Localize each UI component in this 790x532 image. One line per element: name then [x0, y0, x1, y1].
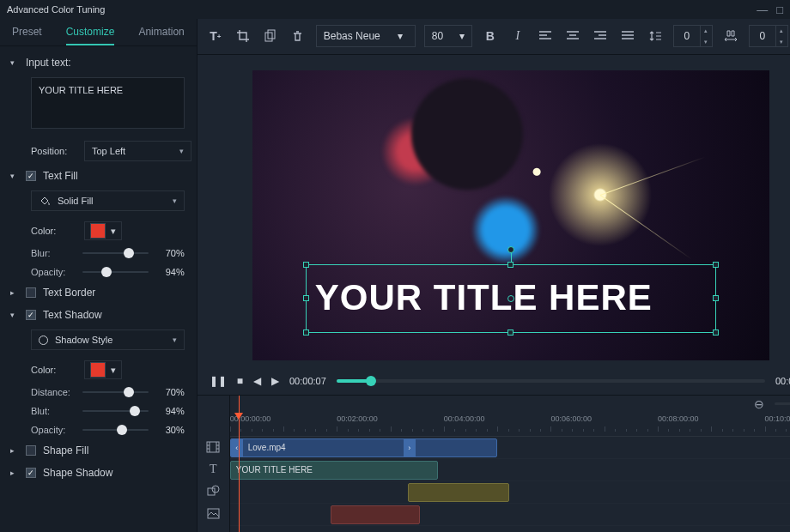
font-size-select[interactable]: 80 ▾: [424, 25, 472, 47]
step-down-icon[interactable]: ▾: [700, 36, 712, 47]
prev-frame-button[interactable]: ◀: [253, 375, 261, 387]
line-height-icon[interactable]: [646, 27, 665, 45]
shape-shadow-checkbox[interactable]: [26, 468, 36, 478]
pause-button[interactable]: ❚❚: [210, 375, 227, 387]
window-max-icon[interactable]: □: [776, 3, 783, 16]
resize-handle[interactable]: [507, 262, 514, 268]
section-text-shadow[interactable]: ▾ Text Shadow: [7, 304, 197, 326]
align-right-icon[interactable]: [591, 27, 610, 45]
trash-icon[interactable]: [289, 27, 307, 45]
image-clip[interactable]: [331, 505, 420, 524]
align-justify-icon[interactable]: [618, 27, 637, 45]
resize-handle[interactable]: [303, 262, 309, 268]
title-bounding-box[interactable]: YOUR TITLE HERE: [306, 264, 716, 333]
fill-opacity-slider[interactable]: [82, 266, 149, 278]
resize-handle[interactable]: [303, 295, 309, 301]
chevron-down-icon: ▾: [10, 311, 19, 319]
chevron-down-icon: ▾: [179, 147, 184, 155]
shape-lane[interactable]: [230, 481, 790, 504]
text-track-icon[interactable]: T: [198, 458, 229, 481]
text-border-checkbox[interactable]: [26, 287, 36, 298]
shape-clip[interactable]: [408, 483, 509, 502]
position-select[interactable]: Top Left ▾: [84, 141, 191, 161]
spacing-1-input[interactable]: 0 ▴▾: [673, 25, 713, 47]
chevron-down-icon: ▾: [10, 172, 19, 180]
shape-fill-checkbox[interactable]: [26, 445, 36, 456]
section-input-text[interactable]: ▾ Input text:: [7, 51, 197, 74]
zoom-out-button[interactable]: ⊖: [752, 397, 766, 411]
fill-blur-slider[interactable]: [82, 247, 149, 259]
tab-animation[interactable]: Animation: [138, 19, 184, 45]
title-clip[interactable]: YOUR TITLE HERE: [230, 461, 438, 480]
image-lane[interactable]: [230, 504, 790, 526]
resize-handle[interactable]: [713, 329, 719, 336]
text-border-header: Text Border: [43, 287, 95, 299]
zoom-slider[interactable]: [775, 402, 790, 405]
resize-handle[interactable]: [713, 295, 719, 301]
clip-trim-left[interactable]: ‹: [231, 439, 243, 456]
shadow-blur-slider[interactable]: [82, 405, 149, 417]
resize-handle[interactable]: [507, 329, 514, 336]
step-up-icon[interactable]: ▴: [700, 25, 712, 36]
font-select[interactable]: Bebas Neue ▾: [316, 25, 416, 47]
bold-button[interactable]: B: [481, 27, 500, 45]
resize-handle[interactable]: [713, 262, 719, 268]
text-shadow-checkbox[interactable]: [26, 310, 36, 320]
svg-rect-3: [207, 442, 219, 452]
progress-slider[interactable]: [337, 379, 765, 383]
window-min-icon[interactable]: —: [757, 3, 768, 16]
rotate-handle[interactable]: [507, 246, 514, 253]
section-text-fill[interactable]: ▾ Text Fill: [7, 165, 197, 187]
section-shape-shadow[interactable]: ▸ Shape Shadow: [7, 462, 197, 484]
step-up-icon[interactable]: ▴: [775, 25, 787, 36]
duplicate-icon[interactable]: [261, 27, 280, 45]
center-handle[interactable]: [507, 295, 514, 302]
duration-time: 00:03:07: [775, 376, 790, 386]
svg-rect-1: [268, 30, 275, 39]
chevron-down-icon: ▾: [10, 58, 19, 67]
shadow-opacity-slider[interactable]: [82, 424, 149, 436]
video-track-icon[interactable]: [198, 436, 229, 458]
text-fill-checkbox[interactable]: [26, 171, 36, 181]
transport-bar: ❚❚ ■ ◀ ▶ 00:00:07 00:03:07: [198, 367, 790, 395]
resize-handle[interactable]: [303, 329, 309, 336]
stop-button[interactable]: ■: [237, 375, 243, 387]
fill-color-picker[interactable]: ▾: [84, 221, 122, 240]
shadow-style-select[interactable]: Shadow Style ▾: [31, 329, 185, 350]
svg-rect-0: [265, 33, 272, 41]
chevron-down-icon: ▾: [459, 30, 465, 42]
playhead[interactable]: [239, 396, 240, 532]
title-text-input[interactable]: YOUR TITLE HERE: [31, 77, 185, 129]
progress-thumb[interactable]: [366, 376, 376, 386]
crop-icon[interactable]: [234, 27, 252, 45]
chevron-down-icon: ▾: [173, 336, 177, 344]
add-text-icon[interactable]: T+: [206, 27, 225, 45]
clip-label: YOUR TITLE HERE: [236, 465, 313, 475]
video-lane[interactable]: ‹ Love.mp4 ›: [230, 437, 790, 459]
chevron-down-icon: ▾: [398, 30, 403, 42]
image-track-icon[interactable]: [198, 503, 229, 525]
title-lane[interactable]: YOUR TITLE HERE: [230, 459, 790, 481]
timeline-ruler[interactable]: 00:00:00:0000:02:00:0000:04:00:0000:06:0…: [230, 413, 790, 437]
section-shape-fill[interactable]: ▸ Shape Fill: [7, 439, 197, 462]
step-down-icon[interactable]: ▾: [775, 36, 787, 47]
color-swatch: [90, 223, 106, 239]
shadow-distance-slider[interactable]: [82, 386, 149, 398]
align-center-icon[interactable]: [563, 27, 582, 45]
current-time: 00:00:07: [289, 376, 326, 386]
video-clip[interactable]: ‹ Love.mp4 ›: [230, 438, 497, 457]
fill-mode-select[interactable]: Solid Fill ▾: [31, 190, 185, 211]
clip-trim-right[interactable]: ›: [404, 439, 416, 456]
tab-customize[interactable]: Customize: [66, 19, 115, 45]
shadow-color-picker[interactable]: ▾: [84, 360, 122, 379]
shape-track-icon[interactable]: [198, 481, 229, 503]
italic-button[interactable]: I: [508, 27, 527, 45]
letter-spacing-icon[interactable]: [721, 27, 740, 45]
window-titlebar: Advanced Color Tuning — □: [0, 0, 790, 19]
spacing-2-input[interactable]: 0 ▴▾: [749, 25, 788, 47]
next-frame-button[interactable]: ▶: [271, 375, 279, 387]
preview-canvas[interactable]: YOUR TITLE HERE: [252, 70, 769, 360]
align-left-icon[interactable]: [536, 27, 555, 45]
tab-preset[interactable]: Preset: [12, 19, 42, 45]
section-text-border[interactable]: ▸ Text Border: [7, 281, 197, 304]
